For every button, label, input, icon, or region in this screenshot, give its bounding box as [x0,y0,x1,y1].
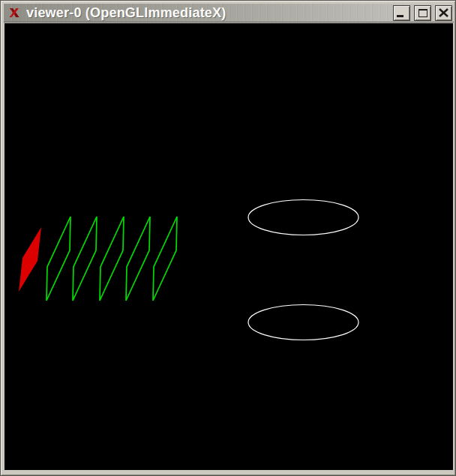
close-button[interactable] [435,5,452,21]
green-wire-parallelogram-4 [126,217,150,301]
close-icon [439,8,448,17]
opengl-viewport[interactable] [4,23,453,470]
window-controls [393,5,452,21]
red-filled-parallelogram [19,227,41,292]
green-wire-parallelogram-3 [100,217,124,301]
window-title: viewer-0 (OpenGLImmediateX) [26,4,226,22]
maximize-button[interactable] [414,5,431,21]
wire-ellipse-bottom [248,305,358,340]
green-wire-parallelogram-2 [73,217,97,301]
green-wire-parallelogram-5 [153,217,177,301]
titlebar[interactable]: viewer-0 (OpenGLImmediateX) [4,4,454,22]
minimize-button[interactable] [393,5,410,21]
gl-canvas-svg [4,23,453,470]
maximize-icon [418,9,428,17]
minimize-icon [397,15,404,17]
green-wire-parallelogram-1 [46,217,70,301]
red-x-window-icon[interactable] [8,6,21,19]
viewer-window: viewer-0 (OpenGLImmediateX) [0,0,456,476]
wire-ellipse-top [248,200,358,235]
